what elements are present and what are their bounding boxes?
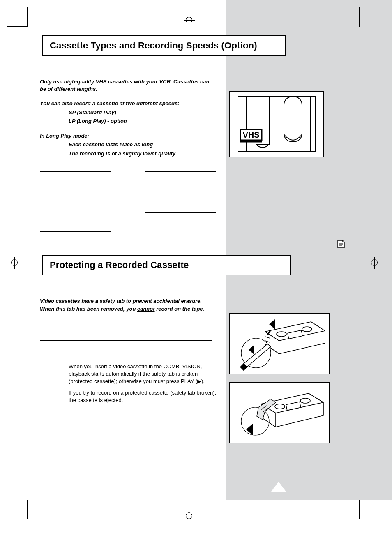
register-mark-icon <box>369 257 380 269</box>
note-block: When you insert a video cassette in the … <box>69 363 217 404</box>
note-tab-icon <box>334 237 348 252</box>
vhs-label: VHS <box>242 130 259 139</box>
svg-point-11 <box>275 404 285 409</box>
lp-mode-label: In Long Play mode: <box>40 132 216 140</box>
crop-mark <box>7 500 28 500</box>
crop-mark <box>27 500 28 519</box>
blank-cell <box>40 187 111 192</box>
crop-mark <box>381 263 387 263</box>
speed-lp: LP (Long Play) - option <box>69 118 216 125</box>
section2-title: Protecting a Recorded Cassette <box>50 260 283 270</box>
section2-intro-part2: record on the tape. <box>155 306 205 312</box>
section-heading-box: Protecting a Recorded Cassette <box>42 255 291 275</box>
cassette-tab-break-illustration <box>229 313 330 374</box>
register-mark-icon <box>9 257 21 269</box>
svg-point-8 <box>302 327 312 332</box>
note2: If you try to record on a protected cass… <box>69 389 217 404</box>
section1-intro: Only use high-quality VHS cassettes with… <box>40 78 216 92</box>
section-heading-box: Cassette Types and Recording Speeds (Opt… <box>42 35 286 56</box>
vhs-cassette-illustration: VHS <box>229 91 324 157</box>
section1-title: Cassette Types and Recording Speeds (Opt… <box>50 40 278 51</box>
svg-point-12 <box>300 398 310 403</box>
blank-cell <box>40 166 111 172</box>
cassette-tab-tape-illustration <box>229 382 330 443</box>
blank-cell <box>145 166 216 172</box>
blank-line <box>40 341 212 353</box>
lp-mode-line2: The recording is of a slightly lower qua… <box>69 150 216 157</box>
crop-mark <box>359 500 360 519</box>
svg-rect-0 <box>238 97 315 152</box>
blank-cell <box>145 187 216 192</box>
speeds-list: SP (Standard Play) LP (Long Play) - opti… <box>69 109 216 125</box>
svg-rect-2 <box>284 97 302 142</box>
blank-line <box>40 328 212 341</box>
lp-mode-line1: Each cassette lasts twice as long <box>69 141 216 148</box>
page-continue-triangle-icon <box>271 482 286 492</box>
register-mark-icon <box>184 510 195 522</box>
section2-intro: Video cassettes have a safety tab to pre… <box>40 298 212 312</box>
svg-point-7 <box>277 332 286 337</box>
speeds-intro: You can also record a cassette at two di… <box>40 100 216 107</box>
note1: When you insert a video cassette in the … <box>69 363 217 385</box>
blank-fill-table <box>40 166 216 232</box>
crop-mark <box>359 7 360 27</box>
speed-sp: SP (Standard Play) <box>69 109 216 116</box>
crop-mark <box>2 263 8 263</box>
crop-mark <box>27 7 28 27</box>
register-mark-icon <box>184 15 195 26</box>
blank-line <box>40 316 212 328</box>
blank-cell <box>145 207 216 213</box>
blank-cell <box>40 226 111 232</box>
section2-intro-cannot: cannot <box>137 306 155 312</box>
blank-fill-lines <box>40 316 212 353</box>
lp-mode-list: Each cassette lasts twice as long The re… <box>69 141 216 157</box>
section1-body: Only use high-quality VHS cassettes with… <box>40 78 216 157</box>
crop-mark <box>7 26 28 27</box>
